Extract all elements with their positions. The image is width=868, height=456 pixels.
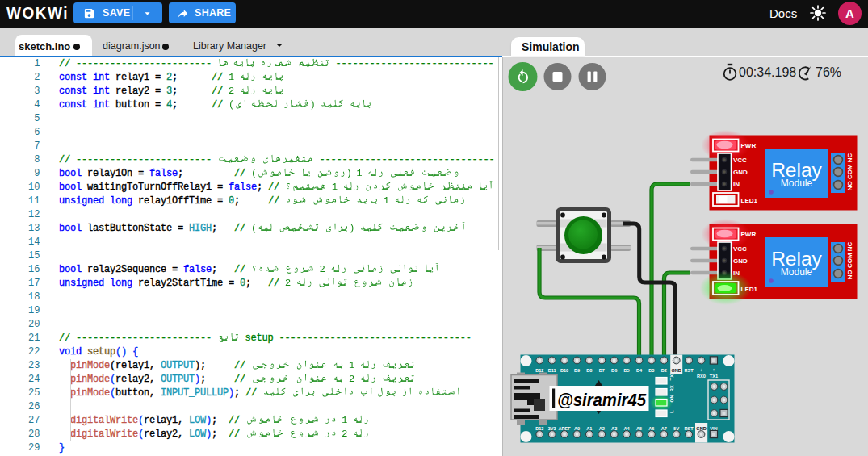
svg-text:↑: ↑	[713, 367, 715, 372]
svg-text:TX: TX	[669, 374, 674, 381]
svg-text:D7: D7	[599, 368, 605, 373]
svg-text:RX0: RX0	[697, 374, 706, 379]
svg-text:RX: RX	[669, 385, 674, 391]
svg-text:ON: ON	[669, 395, 674, 403]
svg-text:@siramir45: @siramir45	[557, 391, 647, 410]
svg-text:A3: A3	[611, 426, 617, 431]
svg-text:Module: Module	[781, 178, 813, 189]
svg-text:A5: A5	[636, 426, 642, 431]
svg-text:↓: ↓	[700, 367, 702, 372]
svg-text:D10: D10	[560, 368, 568, 373]
svg-text:D3: D3	[648, 368, 654, 373]
svg-text:D8: D8	[586, 368, 592, 373]
svg-text:RST: RST	[685, 426, 694, 431]
svg-text:D4: D4	[636, 368, 643, 373]
svg-text:PWR: PWR	[741, 142, 757, 149]
svg-text:Module: Module	[781, 266, 813, 278]
svg-text:5V: 5V	[673, 426, 679, 431]
svg-text:GND: GND	[733, 257, 748, 265]
svg-text:D12: D12	[535, 368, 543, 373]
svg-text:A6: A6	[648, 426, 654, 431]
svg-text:LED1: LED1	[741, 286, 758, 293]
svg-text:NO COM NC: NO COM NC	[846, 241, 853, 279]
svg-text:D5: D5	[624, 368, 630, 373]
svg-text:NO COM NC: NO COM NC	[846, 153, 853, 190]
svg-text:PWR: PWR	[741, 231, 757, 238]
svg-text:L: L	[669, 410, 674, 413]
svg-text:D2: D2	[661, 368, 667, 373]
svg-text:A0: A0	[574, 426, 580, 431]
svg-text:A2: A2	[599, 426, 605, 431]
svg-text:GND: GND	[733, 169, 748, 176]
svg-text:A1: A1	[586, 426, 592, 431]
svg-text:GND: GND	[696, 426, 706, 431]
svg-text:VCC: VCC	[733, 157, 747, 164]
svg-text:D13: D13	[535, 426, 543, 431]
svg-text:IN: IN	[733, 181, 740, 188]
svg-text:A7: A7	[661, 426, 667, 431]
svg-text:RST: RST	[685, 368, 694, 373]
svg-text:LED1: LED1	[741, 197, 758, 204]
svg-text:3V3: 3V3	[548, 426, 556, 431]
svg-text:D6: D6	[611, 368, 617, 373]
svg-text:TX1: TX1	[710, 374, 718, 379]
svg-text:GND: GND	[671, 368, 681, 373]
svg-text:D9: D9	[574, 368, 580, 373]
svg-text:D11: D11	[548, 368, 556, 373]
svg-text:AREF: AREF	[558, 426, 571, 431]
svg-text:A4: A4	[624, 426, 631, 431]
svg-text:VCC: VCC	[733, 245, 747, 253]
